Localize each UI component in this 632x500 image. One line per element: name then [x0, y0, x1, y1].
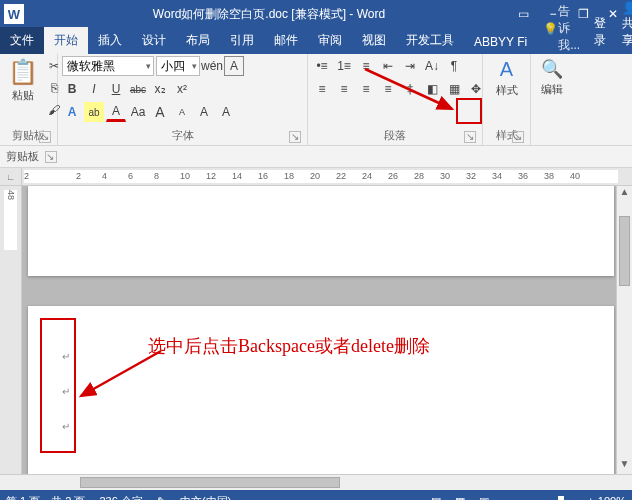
zoom-slider-thumb[interactable] [558, 496, 564, 501]
change-case-button[interactable]: Aa [128, 102, 148, 122]
scroll-down-button[interactable]: ▼ [617, 458, 632, 474]
font-family-select[interactable]: 微软雅黑 [62, 56, 154, 76]
annotation-text: 选中后点击Backspace或者delete删除 [148, 334, 430, 358]
char-shading-icon: A [222, 105, 230, 119]
view-print-layout[interactable]: ▦ [455, 495, 465, 501]
grow-font-button[interactable]: A [150, 102, 170, 122]
align-left-button[interactable]: ≡ [312, 79, 332, 99]
ruler-tick: 6 [128, 171, 133, 181]
numbering-button[interactable]: 1≡ [334, 56, 354, 76]
status-page[interactable]: 第 1 页，共 2 页 [6, 494, 85, 501]
zoom-in-button[interactable]: + [587, 495, 593, 500]
zoom-control: − + 100% [503, 495, 626, 500]
increase-indent-button[interactable]: ⇥ [400, 56, 420, 76]
shrink-font-button[interactable]: A [172, 102, 192, 122]
tab-view[interactable]: 视图 [352, 27, 396, 54]
font-color-button[interactable]: A [106, 102, 126, 122]
paragraph-launcher[interactable]: ↘ [464, 131, 476, 143]
clipboard-pane-launcher[interactable]: ↘ [45, 151, 57, 163]
tell-me[interactable]: 💡告诉我... [537, 3, 586, 54]
clear-formatting-button[interactable]: A [194, 102, 214, 122]
ruler-vertical-scale: 48 [4, 190, 17, 250]
tab-references[interactable]: 引用 [220, 27, 264, 54]
tab-insert[interactable]: 插入 [88, 27, 132, 54]
styles-launcher[interactable]: ↘ [512, 131, 524, 143]
ruler-scale: 2246810121416182022242628303234363840 [24, 170, 618, 183]
page-2[interactable]: ↵ ↵ ↵ 选中后点击Backspace或者delete删除 [28, 306, 614, 474]
borders-button[interactable]: ▦ [444, 79, 464, 99]
tab-layout[interactable]: 布局 [176, 27, 220, 54]
scroll-up-button[interactable]: ▲ [617, 186, 632, 202]
ruler-tick: 2 [24, 171, 29, 181]
tab-review[interactable]: 审阅 [308, 27, 352, 54]
phonetic-guide-button[interactable]: wén [202, 56, 222, 76]
align-right-button[interactable]: ≡ [356, 79, 376, 99]
tab-design[interactable]: 设计 [132, 27, 176, 54]
decrease-indent-button[interactable]: ⇤ [378, 56, 398, 76]
vertical-scroll-thumb[interactable] [619, 216, 630, 286]
styles-button[interactable]: A 样式 [492, 56, 522, 100]
login-button[interactable]: 登录 [586, 10, 614, 54]
align-center-button[interactable]: ≡ [334, 79, 354, 99]
tab-mailings[interactable]: 邮件 [264, 27, 308, 54]
italic-button[interactable]: I [84, 79, 104, 99]
ruler-horizontal[interactable]: ∟ 2246810121416182022242628303234363840 [0, 168, 632, 186]
vertical-scrollbar[interactable]: ▲ ▼ [616, 186, 632, 474]
tab-abbyy[interactable]: ABBYY Fi [464, 30, 537, 54]
ruler-tick: 4 [102, 171, 107, 181]
ribbon-options-button[interactable]: ▭ [508, 4, 538, 24]
group-paragraph: •≡ 1≡ ≡ ⇤ ⇥ A↓ ¶ ≡ ≡ ≡ ≡ ‡ ◧ ▦ ✥ 段落↘ [308, 54, 483, 145]
ruler-vertical[interactable]: 48 [0, 186, 22, 474]
share-button[interactable]: 👤 共享 [614, 0, 632, 54]
char-border-button[interactable]: A [224, 56, 244, 76]
status-spellcheck[interactable]: ✎ [157, 495, 166, 501]
ruler-tick: 16 [258, 171, 268, 181]
paste-label: 粘贴 [12, 88, 34, 103]
horizontal-scrollbar[interactable] [0, 474, 632, 490]
view-web-layout[interactable]: ▣ [479, 495, 489, 501]
window-title: Word如何删除空白页.doc [兼容模式] - Word [30, 6, 508, 23]
line-spacing-icon: ‡ [407, 82, 414, 96]
show-marks-button[interactable]: ¶ [444, 56, 464, 76]
highlight-button[interactable]: ab [84, 102, 104, 122]
shading-button[interactable]: ◧ [422, 79, 442, 99]
bullets-button[interactable]: •≡ [312, 56, 332, 76]
clipboard-pane-label[interactable]: 剪贴板 [6, 149, 39, 164]
underline-button[interactable]: U [106, 79, 126, 99]
ruler-tick: 20 [310, 171, 320, 181]
align-justify-button[interactable]: ≡ [378, 79, 398, 99]
ruler-tick: 30 [440, 171, 450, 181]
document-pages[interactable]: ↵ ↵ ↵ 选中后点击Backspace或者delete删除 [28, 186, 614, 474]
status-word-count[interactable]: 236 个字 [99, 494, 142, 501]
tab-developer[interactable]: 开发工具 [396, 27, 464, 54]
tab-selector[interactable]: ∟ [0, 168, 22, 185]
sort-button[interactable]: A↓ [422, 56, 442, 76]
subscript-button[interactable]: x₂ [150, 79, 170, 99]
view-read-mode[interactable]: ▤ [431, 495, 441, 501]
font-size-select[interactable]: 小四 [156, 56, 200, 76]
text-effects-button[interactable]: A [62, 102, 82, 122]
ruler-tick: 18 [284, 171, 294, 181]
ribbon-tabs: 文件 开始 插入 设计 布局 引用 邮件 审阅 视图 开发工具 ABBYY Fi… [0, 28, 632, 54]
tab-file[interactable]: 文件 [0, 27, 44, 54]
char-shading-button[interactable]: A [216, 102, 236, 122]
clipboard-launcher[interactable]: ↘ [39, 131, 51, 143]
tab-home[interactable]: 开始 [44, 27, 88, 54]
editing-button[interactable]: 🔍 编辑 [537, 56, 567, 99]
paste-button[interactable]: 📋 粘贴 [4, 56, 42, 105]
horizontal-scroll-thumb[interactable] [80, 477, 340, 488]
multilevel-list-button[interactable]: ≡ [356, 56, 376, 76]
align-center-icon: ≡ [340, 82, 347, 96]
zoom-out-button[interactable]: − [503, 495, 509, 500]
bold-button[interactable]: B [62, 79, 82, 99]
line-spacing-button[interactable]: ‡ [400, 79, 420, 99]
zoom-level[interactable]: 100% [598, 495, 626, 500]
page-1[interactable] [28, 186, 614, 276]
superscript-button[interactable]: x² [172, 79, 192, 99]
font-launcher[interactable]: ↘ [289, 131, 301, 143]
strikethrough-button[interactable]: abc [128, 79, 148, 99]
group-editing: 🔍 编辑 [531, 54, 573, 145]
ruler-tick: 26 [388, 171, 398, 181]
status-language[interactable]: 中文(中国) [180, 494, 231, 501]
app-word-icon: W [4, 4, 24, 24]
